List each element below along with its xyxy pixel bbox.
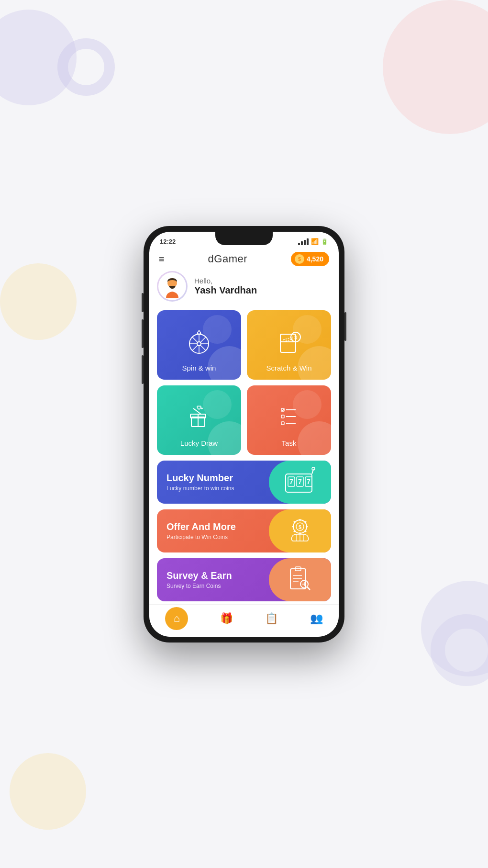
survey-earn-banner[interactable]: Survey & Earn Survey to Earn Coins bbox=[157, 558, 331, 601]
svg-text:$: $ bbox=[294, 335, 297, 340]
task-icon bbox=[274, 402, 304, 434]
gift-icon: 🎁 bbox=[220, 612, 233, 625]
menu-button[interactable]: ≡ bbox=[159, 254, 165, 264]
bg-decoration-3 bbox=[0, 263, 77, 340]
survey-earn-text: Survey & Earn Survey to Earn Coins bbox=[166, 570, 232, 589]
status-icons: 📶 🔋 bbox=[298, 238, 328, 245]
offer-more-icon-area: $ bbox=[269, 509, 331, 552]
offer-more-banner[interactable]: Offer And More Participate to Win Coins … bbox=[157, 509, 331, 552]
home-icon: ⌂ bbox=[174, 612, 180, 625]
svg-line-7 bbox=[192, 337, 198, 342]
mute-button bbox=[142, 293, 144, 312]
survey-earn-subtitle: Survey to Earn Coins bbox=[166, 583, 232, 589]
nav-profile[interactable]: 👥 bbox=[310, 612, 323, 625]
bottom-nav: ⌂ 🎁 📋 👥 bbox=[149, 604, 339, 637]
offer-more-text: Offer And More Participate to Win Coins bbox=[166, 521, 236, 541]
bg-decoration-5 bbox=[10, 753, 86, 830]
profile-icon: 👥 bbox=[310, 612, 323, 625]
svg-rect-28 bbox=[281, 422, 284, 425]
greeting-text: Hello, Yash Vardhan bbox=[194, 277, 257, 296]
scratch-coin-icon: $ bbox=[274, 327, 304, 359]
avatar-image bbox=[158, 272, 186, 300]
app-header: ≡ dGamer $ 4,520 bbox=[149, 249, 339, 271]
svg-rect-53 bbox=[290, 569, 306, 589]
lucky-draw-label: Lucky Draw bbox=[180, 439, 218, 447]
survey-clipboard-icon bbox=[283, 562, 317, 597]
lucky-number-text: Lucky Number Lucky number to win coins bbox=[166, 473, 234, 492]
person-icon bbox=[160, 274, 184, 298]
nav-gifts[interactable]: 🎁 bbox=[220, 612, 233, 625]
home-button[interactable]: ⌂ bbox=[165, 607, 188, 630]
offer-more-subtitle: Participate to Win Coins bbox=[166, 534, 236, 541]
svg-rect-26 bbox=[281, 415, 284, 418]
offer-more-title: Offer And More bbox=[166, 521, 236, 532]
game-cards-grid: Spin & win bbox=[157, 310, 331, 455]
wifi-icon: 📶 bbox=[311, 238, 319, 245]
svg-text:7: 7 bbox=[298, 478, 302, 485]
svg-text:7: 7 bbox=[307, 478, 311, 485]
bg-decoration-2 bbox=[383, 0, 488, 134]
lucky-number-title: Lucky Number bbox=[166, 473, 234, 484]
scratch-win-card[interactable]: $ Scratch & Win bbox=[247, 310, 331, 380]
avatar bbox=[157, 271, 188, 302]
phone-notch bbox=[215, 232, 273, 245]
spin-win-label: Spin & win bbox=[182, 364, 216, 372]
cards-icon: 📋 bbox=[265, 612, 278, 625]
volume-up-button bbox=[142, 319, 144, 348]
coins-badge[interactable]: $ 4,520 bbox=[291, 252, 329, 266]
slot-machine-icon: 7 7 7 bbox=[283, 464, 317, 500]
svg-text:7: 7 bbox=[289, 478, 293, 485]
lucky-draw-card[interactable]: Lucky Draw bbox=[157, 385, 241, 455]
svg-line-8 bbox=[200, 345, 206, 350]
lucky-number-subtitle: Lucky number to win coins bbox=[166, 485, 234, 492]
battery-icon: 🔋 bbox=[321, 238, 328, 245]
lucky-number-banner[interactable]: Lucky Number Lucky number to win coins 7 bbox=[157, 461, 331, 504]
main-content: Hello, Yash Vardhan bbox=[149, 271, 339, 604]
svg-line-59 bbox=[307, 587, 310, 590]
bg-decoration-6 bbox=[57, 38, 115, 96]
task-label: Task bbox=[282, 439, 297, 447]
task-card[interactable]: Task bbox=[247, 385, 331, 455]
lucky-number-icon-area: 7 7 7 bbox=[269, 461, 331, 504]
volume-down-button bbox=[142, 355, 144, 384]
phone-frame: 12:22 📶 🔋 ≡ dGamer $ 4,520 bbox=[144, 226, 344, 643]
power-button bbox=[344, 312, 346, 341]
greeting-hello: Hello, bbox=[194, 277, 257, 285]
signal-icon bbox=[298, 238, 309, 245]
nav-cards[interactable]: 📋 bbox=[265, 612, 278, 625]
svg-line-9 bbox=[200, 337, 206, 342]
nav-home[interactable]: ⌂ bbox=[165, 607, 188, 630]
greeting-name: Yash Vardhan bbox=[194, 285, 257, 296]
survey-earn-icon-area bbox=[269, 558, 331, 601]
spin-wheel-icon bbox=[184, 327, 214, 359]
svg-marker-11 bbox=[197, 330, 201, 334]
lucky-draw-icon bbox=[184, 402, 214, 434]
app-title: dGamer bbox=[208, 253, 247, 265]
svg-point-2 bbox=[197, 342, 201, 346]
spin-win-card[interactable]: Spin & win bbox=[157, 310, 241, 380]
money-hand-icon: $ bbox=[283, 513, 317, 549]
coin-icon: $ bbox=[295, 254, 304, 264]
svg-line-10 bbox=[192, 345, 198, 350]
status-time: 12:22 bbox=[160, 238, 176, 245]
svg-rect-12 bbox=[280, 334, 296, 352]
coins-value: 4,520 bbox=[307, 255, 323, 263]
user-greeting: Hello, Yash Vardhan bbox=[157, 271, 331, 302]
survey-earn-title: Survey & Earn bbox=[166, 570, 232, 581]
phone-screen: 12:22 📶 🔋 ≡ dGamer $ 4,520 bbox=[149, 232, 339, 637]
svg-text:$: $ bbox=[299, 524, 301, 530]
scratch-win-label: Scratch & Win bbox=[266, 364, 311, 372]
